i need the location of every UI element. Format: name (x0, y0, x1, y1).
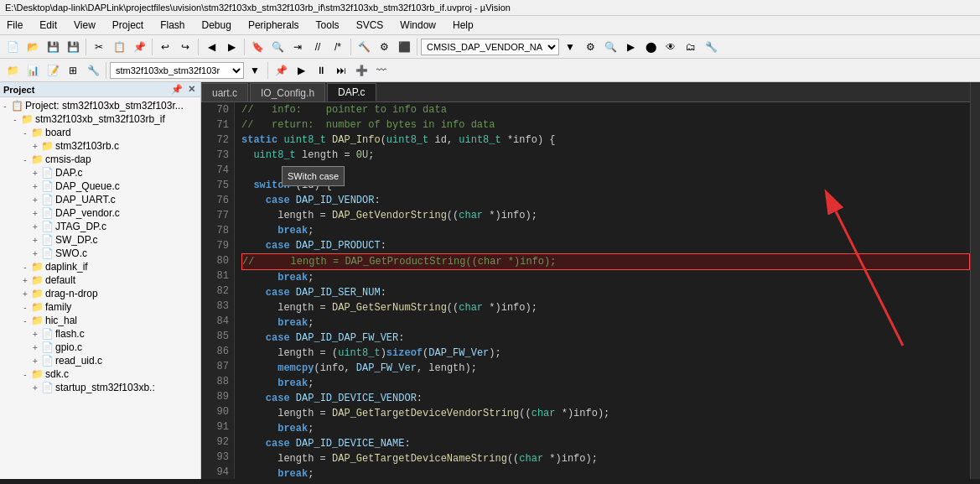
indent-button[interactable]: ⇥ (288, 38, 307, 56)
tree-toggle[interactable]: + (30, 195, 40, 205)
templates-button[interactable]: 📝 (44, 61, 62, 80)
project-close-icon[interactable]: ✕ (186, 84, 197, 95)
code-line-83[interactable]: length = DAP_GetSerNumString((char *)inf… (241, 300, 970, 315)
tree-item-dap-queue[interactable]: +📄DAP_Queue.c (0, 180, 200, 193)
tree-item-root[interactable]: -📋Project: stm32f103xb_stm32f103r... (0, 99, 200, 112)
menu-help[interactable]: Help (449, 18, 477, 33)
tree-toggle[interactable]: + (30, 249, 40, 258)
tree-item-dap-c[interactable]: +📄DAP.c (0, 166, 200, 180)
code-line-81[interactable]: break; (241, 270, 970, 285)
code-line-88[interactable]: break; (241, 376, 970, 391)
debug-start-button[interactable]: ▶ (621, 38, 640, 56)
tree-toggle[interactable]: - (0, 101, 10, 111)
project-window-button[interactable]: 📁 (3, 61, 22, 80)
tree-toggle[interactable]: - (20, 155, 30, 164)
wave-button[interactable]: 〰 (372, 61, 391, 80)
tree-toggle[interactable]: + (30, 236, 40, 245)
tree-item-swo-c[interactable]: +📄SWO.c (0, 247, 200, 260)
tree-toggle[interactable]: - (20, 316, 30, 325)
tree-item-drag-n-drop[interactable]: +📁drag-n-drop (0, 287, 200, 300)
code-line-79[interactable]: case DAP_ID_PRODUCT: (241, 238, 970, 253)
tree-toggle[interactable]: + (30, 182, 40, 191)
menu-debug[interactable]: Debug (199, 18, 235, 33)
undo-button[interactable]: ↩ (156, 38, 174, 56)
tree-toggle[interactable]: + (30, 330, 40, 339)
build-button[interactable]: 🔨 (355, 38, 373, 56)
code-content[interactable]: SWitch case // info: pointer to info dat… (235, 102, 970, 479)
project-pin-icon[interactable]: 📌 (169, 84, 184, 95)
target-combo[interactable]: CMSIS_DAP_VENDOR_NA (421, 39, 559, 55)
save-button[interactable]: 💾 (44, 38, 62, 56)
menu-edit[interactable]: Edit (36, 18, 60, 33)
comment-button[interactable]: // (309, 38, 327, 56)
tree-item-gpio-c[interactable]: +📄gpio.c (0, 341, 200, 354)
tree-toggle[interactable]: - (20, 128, 30, 138)
expand-all-button[interactable]: ⊞ (64, 61, 82, 80)
paste-button[interactable]: 📌 (130, 38, 148, 56)
tree-item-daplink-if[interactable]: -📁daplink_if (0, 260, 200, 273)
tree-item-top-folder[interactable]: -📁stm32f103xb_stm32f103rb_if (0, 112, 200, 126)
memory-button[interactable]: 🗂 (682, 38, 700, 56)
save-all-button[interactable]: 💾 (64, 38, 82, 56)
tree-toggle[interactable]: + (30, 356, 40, 366)
menu-flash[interactable]: Flash (157, 18, 188, 33)
menu-project[interactable]: Project (109, 18, 147, 33)
code-line-75[interactable]: switch (id) { (241, 178, 970, 193)
nav-back-button[interactable]: ◀ (202, 38, 220, 56)
tree-toggle[interactable]: - (20, 263, 30, 272)
uncomment-button[interactable]: /* (329, 38, 347, 56)
tab-io-config-h[interactable]: IO_Config.h (250, 83, 325, 101)
menu-view[interactable]: View (70, 18, 99, 33)
tree-item-sw-dp[interactable]: +📄SW_DP.c (0, 233, 200, 247)
tree-item-jtag-dp[interactable]: +📄JTAG_DP.c (0, 220, 200, 233)
options-button[interactable]: ⚙ (581, 38, 599, 56)
tree-item-startup[interactable]: +📄startup_stm32f103xb.: (0, 381, 200, 394)
tree-item-flash-c[interactable]: +📄flash.c (0, 327, 200, 341)
stop-button[interactable]: ⬛ (395, 38, 413, 56)
rebuild-button[interactable]: ⚙ (375, 38, 393, 56)
copy-button[interactable]: 📋 (110, 38, 128, 56)
menu-window[interactable]: Window (397, 18, 439, 33)
open-file-button[interactable]: 📂 (23, 38, 42, 56)
tree-toggle[interactable]: + (20, 289, 30, 299)
menu-file[interactable]: File (3, 18, 26, 33)
tree-item-sdk[interactable]: -📁sdk.c (0, 367, 200, 381)
find-button[interactable]: 🔍 (268, 38, 287, 56)
cut-button[interactable]: ✂ (90, 38, 108, 56)
tree-toggle[interactable]: - (20, 303, 30, 312)
code-line-82[interactable]: case DAP_ID_SER_NUM: (241, 285, 970, 300)
tree-toggle[interactable]: + (30, 222, 40, 232)
watch-button[interactable]: 👁 (661, 38, 680, 56)
code-line-71[interactable]: // return: number of bytes in info data (241, 117, 970, 133)
code-line-87[interactable]: memcpy(info, DAP_FW_Ver, length); (241, 361, 970, 376)
step-button[interactable]: ⏭ (332, 61, 350, 80)
code-line-84[interactable]: break; (241, 315, 970, 330)
settings-button[interactable]: 🔧 (84, 61, 102, 80)
code-line-92[interactable]: case DAP_ID_DEVICE_NAME: (241, 436, 970, 451)
tree-item-default[interactable]: +📁default (0, 273, 200, 287)
code-line-77[interactable]: length = DAP_GetVendorString((char *)inf… (241, 208, 970, 223)
tree-item-dap-uart[interactable]: +📄DAP_UART.c (0, 193, 200, 206)
tree-item-stm32f103rb[interactable]: +📁stm32f103rb.c (0, 139, 200, 153)
tree-toggle[interactable]: + (30, 209, 40, 218)
tree-item-board[interactable]: -📁board (0, 126, 200, 139)
target-btn2[interactable]: ▼ (246, 61, 264, 80)
search-symbol-button[interactable]: 🔍 (601, 38, 620, 56)
regs-window-button[interactable]: 📊 (23, 61, 42, 80)
tree-item-hic-hal[interactable]: -📁hic_hal (0, 314, 200, 327)
tab-uart-c[interactable]: uart.c (201, 83, 248, 101)
new-file-button[interactable]: 📄 (3, 38, 22, 56)
tree-item-family[interactable]: -📁family (0, 300, 200, 314)
code-line-86[interactable]: length = (uint8_t)sizeof(DAP_FW_Ver); (241, 346, 970, 361)
redo-button[interactable]: ↪ (176, 38, 194, 56)
breakpoint-button[interactable]: ⬤ (641, 38, 660, 56)
tab-dap-c[interactable]: DAP.c (327, 83, 376, 101)
tree-item-cmsis-dap[interactable]: -📁cmsis-dap (0, 153, 200, 166)
nav-fwd-button[interactable]: ▶ (222, 38, 241, 56)
build-target-combo[interactable]: stm32f103xb_stm32f103r (110, 62, 244, 79)
tree-toggle[interactable]: + (30, 142, 40, 151)
pause-button[interactable]: ⏸ (312, 61, 330, 80)
code-line-70[interactable]: // info: pointer to info data (241, 102, 970, 117)
tree-item-read-uid[interactable]: +📄read_uid.c (0, 354, 200, 367)
target-options-button[interactable]: ▼ (561, 38, 579, 56)
